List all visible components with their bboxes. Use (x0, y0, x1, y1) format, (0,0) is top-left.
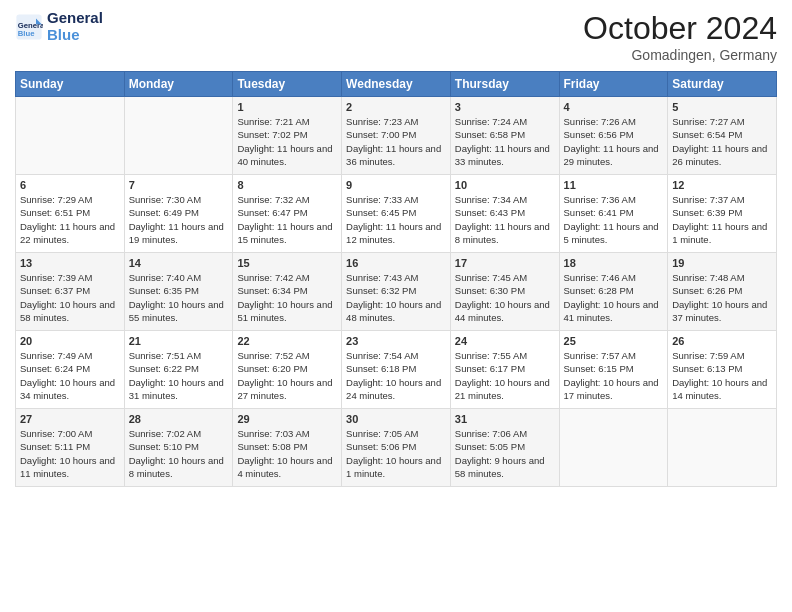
sunset-text: Sunset: 7:02 PM (237, 129, 307, 140)
sunrise-text: Sunrise: 7:27 AM (672, 116, 744, 127)
daylight-text: Daylight: 10 hours and 4 minutes. (237, 455, 332, 479)
daylight-text: Daylight: 10 hours and 55 minutes. (129, 299, 224, 323)
day-number: 18 (564, 257, 664, 269)
day-cell: 9 Sunrise: 7:33 AM Sunset: 6:45 PM Dayli… (342, 175, 451, 253)
sunrise-text: Sunrise: 7:45 AM (455, 272, 527, 283)
sunrise-text: Sunrise: 7:54 AM (346, 350, 418, 361)
daylight-text: Daylight: 10 hours and 8 minutes. (129, 455, 224, 479)
day-cell: 21 Sunrise: 7:51 AM Sunset: 6:22 PM Dayl… (124, 331, 233, 409)
logo-icon: General Blue (15, 13, 43, 41)
location: Gomadingen, Germany (583, 47, 777, 63)
day-number: 14 (129, 257, 229, 269)
day-cell: 12 Sunrise: 7:37 AM Sunset: 6:39 PM Dayl… (668, 175, 777, 253)
day-cell: 31 Sunrise: 7:06 AM Sunset: 5:05 PM Dayl… (450, 409, 559, 487)
day-info: Sunrise: 7:45 AM Sunset: 6:30 PM Dayligh… (455, 271, 555, 324)
sunset-text: Sunset: 6:49 PM (129, 207, 199, 218)
sunset-text: Sunset: 5:06 PM (346, 441, 416, 452)
day-number: 31 (455, 413, 555, 425)
daylight-text: Daylight: 10 hours and 34 minutes. (20, 377, 115, 401)
week-row-3: 13 Sunrise: 7:39 AM Sunset: 6:37 PM Dayl… (16, 253, 777, 331)
sunrise-text: Sunrise: 7:02 AM (129, 428, 201, 439)
sunset-text: Sunset: 6:24 PM (20, 363, 90, 374)
day-number: 1 (237, 101, 337, 113)
day-cell: 27 Sunrise: 7:00 AM Sunset: 5:11 PM Dayl… (16, 409, 125, 487)
sunrise-text: Sunrise: 7:52 AM (237, 350, 309, 361)
week-row-2: 6 Sunrise: 7:29 AM Sunset: 6:51 PM Dayli… (16, 175, 777, 253)
day-cell: 24 Sunrise: 7:55 AM Sunset: 6:17 PM Dayl… (450, 331, 559, 409)
sunrise-text: Sunrise: 7:29 AM (20, 194, 92, 205)
svg-text:Blue: Blue (18, 29, 35, 38)
sunset-text: Sunset: 6:35 PM (129, 285, 199, 296)
col-tuesday: Tuesday (233, 72, 342, 97)
sunrise-text: Sunrise: 7:03 AM (237, 428, 309, 439)
daylight-text: Daylight: 11 hours and 33 minutes. (455, 143, 550, 167)
sunrise-text: Sunrise: 7:51 AM (129, 350, 201, 361)
day-cell: 14 Sunrise: 7:40 AM Sunset: 6:35 PM Dayl… (124, 253, 233, 331)
page: General Blue General Blue October 2024 G… (0, 0, 792, 612)
sunrise-text: Sunrise: 7:24 AM (455, 116, 527, 127)
day-cell: 29 Sunrise: 7:03 AM Sunset: 5:08 PM Dayl… (233, 409, 342, 487)
sunset-text: Sunset: 6:51 PM (20, 207, 90, 218)
day-info: Sunrise: 7:33 AM Sunset: 6:45 PM Dayligh… (346, 193, 446, 246)
day-info: Sunrise: 7:40 AM Sunset: 6:35 PM Dayligh… (129, 271, 229, 324)
daylight-text: Daylight: 11 hours and 19 minutes. (129, 221, 224, 245)
day-info: Sunrise: 7:30 AM Sunset: 6:49 PM Dayligh… (129, 193, 229, 246)
day-cell: 26 Sunrise: 7:59 AM Sunset: 6:13 PM Dayl… (668, 331, 777, 409)
col-sunday: Sunday (16, 72, 125, 97)
day-cell: 16 Sunrise: 7:43 AM Sunset: 6:32 PM Dayl… (342, 253, 451, 331)
sunset-text: Sunset: 6:26 PM (672, 285, 742, 296)
sunrise-text: Sunrise: 7:48 AM (672, 272, 744, 283)
sunset-text: Sunset: 7:00 PM (346, 129, 416, 140)
daylight-text: Daylight: 10 hours and 37 minutes. (672, 299, 767, 323)
daylight-text: Daylight: 9 hours and 58 minutes. (455, 455, 545, 479)
day-cell (559, 409, 668, 487)
daylight-text: Daylight: 10 hours and 31 minutes. (129, 377, 224, 401)
daylight-text: Daylight: 10 hours and 44 minutes. (455, 299, 550, 323)
day-number: 29 (237, 413, 337, 425)
day-info: Sunrise: 7:34 AM Sunset: 6:43 PM Dayligh… (455, 193, 555, 246)
sunrise-text: Sunrise: 7:39 AM (20, 272, 92, 283)
day-number: 8 (237, 179, 337, 191)
day-info: Sunrise: 7:02 AM Sunset: 5:10 PM Dayligh… (129, 427, 229, 480)
day-number: 6 (20, 179, 120, 191)
day-number: 11 (564, 179, 664, 191)
day-cell: 18 Sunrise: 7:46 AM Sunset: 6:28 PM Dayl… (559, 253, 668, 331)
sunrise-text: Sunrise: 7:05 AM (346, 428, 418, 439)
day-cell: 7 Sunrise: 7:30 AM Sunset: 6:49 PM Dayli… (124, 175, 233, 253)
day-number: 15 (237, 257, 337, 269)
daylight-text: Daylight: 10 hours and 41 minutes. (564, 299, 659, 323)
sunset-text: Sunset: 6:37 PM (20, 285, 90, 296)
day-number: 24 (455, 335, 555, 347)
sunset-text: Sunset: 5:10 PM (129, 441, 199, 452)
day-cell: 11 Sunrise: 7:36 AM Sunset: 6:41 PM Dayl… (559, 175, 668, 253)
sunset-text: Sunset: 6:47 PM (237, 207, 307, 218)
daylight-text: Daylight: 11 hours and 36 minutes. (346, 143, 441, 167)
daylight-text: Daylight: 10 hours and 1 minute. (346, 455, 441, 479)
week-row-1: 1 Sunrise: 7:21 AM Sunset: 7:02 PM Dayli… (16, 97, 777, 175)
col-wednesday: Wednesday (342, 72, 451, 97)
day-cell (124, 97, 233, 175)
sunrise-text: Sunrise: 7:21 AM (237, 116, 309, 127)
daylight-text: Daylight: 11 hours and 15 minutes. (237, 221, 332, 245)
day-info: Sunrise: 7:23 AM Sunset: 7:00 PM Dayligh… (346, 115, 446, 168)
day-cell: 23 Sunrise: 7:54 AM Sunset: 6:18 PM Dayl… (342, 331, 451, 409)
day-number: 12 (672, 179, 772, 191)
day-cell: 20 Sunrise: 7:49 AM Sunset: 6:24 PM Dayl… (16, 331, 125, 409)
sunrise-text: Sunrise: 7:57 AM (564, 350, 636, 361)
daylight-text: Daylight: 11 hours and 26 minutes. (672, 143, 767, 167)
sunrise-text: Sunrise: 7:36 AM (564, 194, 636, 205)
week-row-5: 27 Sunrise: 7:00 AM Sunset: 5:11 PM Dayl… (16, 409, 777, 487)
day-number: 25 (564, 335, 664, 347)
sunrise-text: Sunrise: 7:59 AM (672, 350, 744, 361)
day-cell (668, 409, 777, 487)
day-number: 26 (672, 335, 772, 347)
sunset-text: Sunset: 6:17 PM (455, 363, 525, 374)
daylight-text: Daylight: 10 hours and 27 minutes. (237, 377, 332, 401)
daylight-text: Daylight: 11 hours and 22 minutes. (20, 221, 115, 245)
day-cell: 28 Sunrise: 7:02 AM Sunset: 5:10 PM Dayl… (124, 409, 233, 487)
logo-text-line1: General (47, 10, 103, 27)
day-info: Sunrise: 7:48 AM Sunset: 6:26 PM Dayligh… (672, 271, 772, 324)
daylight-text: Daylight: 10 hours and 17 minutes. (564, 377, 659, 401)
day-info: Sunrise: 7:46 AM Sunset: 6:28 PM Dayligh… (564, 271, 664, 324)
day-info: Sunrise: 7:21 AM Sunset: 7:02 PM Dayligh… (237, 115, 337, 168)
